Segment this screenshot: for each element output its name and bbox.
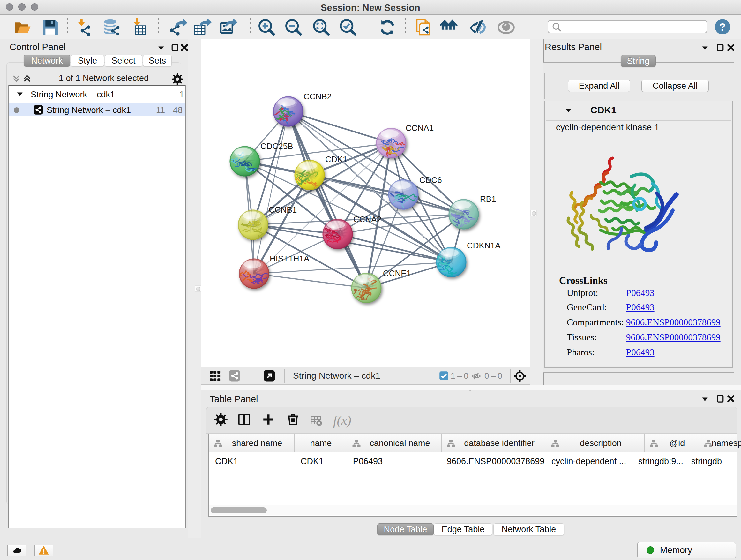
svg-text:CDC25B: CDC25B — [260, 141, 293, 151]
svg-text:CDC6: CDC6 — [419, 175, 442, 185]
svg-text:CDK1: CDK1 — [325, 154, 347, 164]
svg-text:CCNA2: CCNA2 — [353, 214, 381, 224]
svg-text:CDKN1A: CDKN1A — [467, 241, 501, 250]
svg-text:CCNB1: CCNB1 — [269, 205, 297, 214]
svg-text:CCNA1: CCNA1 — [406, 123, 434, 133]
svg-text:?: ? — [719, 21, 726, 33]
svg-text:CCNB2: CCNB2 — [304, 91, 332, 101]
svg-text:RB1: RB1 — [480, 194, 496, 204]
svg-text:CCNE1: CCNE1 — [383, 268, 411, 278]
svg-text:HIST1H1A: HIST1H1A — [270, 254, 310, 263]
